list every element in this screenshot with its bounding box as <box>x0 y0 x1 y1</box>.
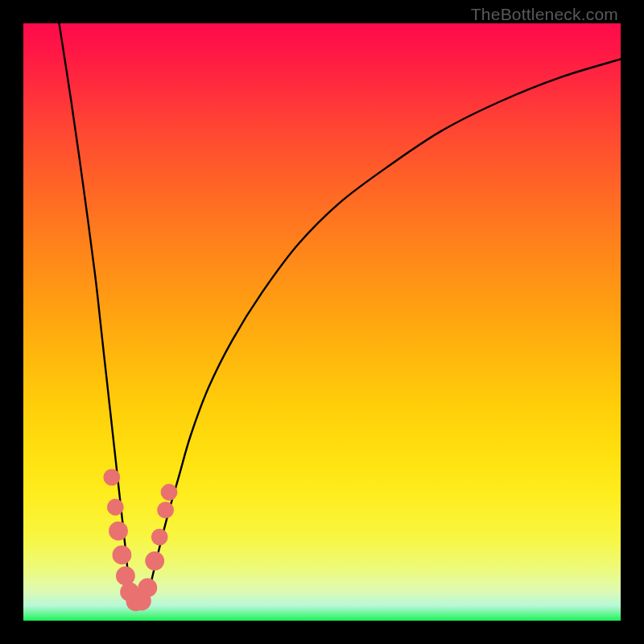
marker-dot <box>138 578 157 597</box>
marker-dot <box>157 502 174 518</box>
plot-area <box>23 23 621 621</box>
marker-dot <box>161 484 178 501</box>
marker-dot <box>107 499 124 516</box>
marker-dot <box>103 469 120 486</box>
marker-dot <box>116 567 135 586</box>
bottleneck-curve <box>60 23 621 604</box>
curve-path <box>60 23 621 604</box>
marker-dot <box>113 546 132 565</box>
marker-dot <box>145 551 164 571</box>
marker-dot <box>109 522 128 541</box>
watermark-text: TheBottleneck.com <box>471 5 618 24</box>
marker-group <box>103 469 177 612</box>
chart-frame: TheBottleneck.com <box>0 0 644 644</box>
marker-dot <box>151 529 168 546</box>
curve-layer <box>23 23 621 621</box>
